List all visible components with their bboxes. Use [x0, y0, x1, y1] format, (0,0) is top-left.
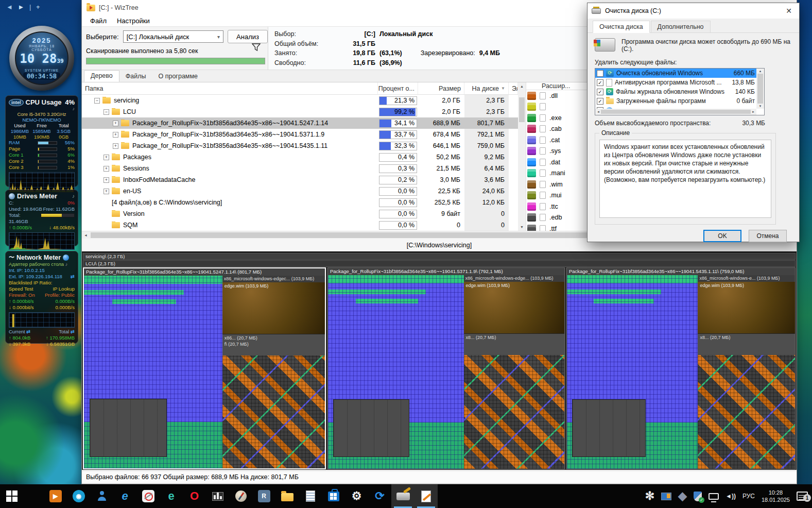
scroll-up-icon[interactable]: ▲: [518, 82, 526, 90]
file-explorer[interactable]: [275, 484, 299, 508]
music-note-icon[interactable]: ♪: [72, 193, 75, 199]
nav-add-icon[interactable]: +: [36, 3, 42, 11]
notification-icon[interactable]: 1: [797, 492, 808, 501]
treemap-mosaic-region[interactable]: [698, 355, 795, 469]
microsoft-store[interactable]: [322, 484, 345, 508]
cancel-button[interactable]: Отмена: [749, 230, 787, 242]
cube-tray-icon[interactable]: ◆: [678, 489, 687, 503]
tab-files[interactable]: Файлы: [119, 71, 152, 82]
lamp-app[interactable]: ◉: [67, 484, 90, 508]
ok-button[interactable]: OK: [703, 230, 741, 242]
treemap-block-2[interactable]: Package_for_RollupFix~31bf3856ad364e35~x…: [327, 267, 565, 469]
table-row[interactable]: SQM0,0 %00: [82, 219, 518, 231]
tree-expander-icon[interactable]: +: [103, 166, 109, 172]
registry-tool[interactable]: R: [252, 484, 275, 508]
gadget-nav[interactable]: ◄ ► | +: [6, 3, 42, 11]
tab-more-options[interactable]: Дополнительно: [651, 21, 711, 33]
treemap-strip-lcu[interactable]: LCU\ (2,3 ГБ): [83, 260, 796, 267]
list-horizontal-scrollbar[interactable]: ◄►: [595, 109, 756, 115]
tab-disk-cleanup[interactable]: Очистка диска: [593, 21, 650, 33]
tree-expander-icon[interactable]: +: [103, 155, 109, 160]
language-indicator[interactable]: РУС: [742, 493, 755, 500]
network-gadget[interactable]: 〜 Network Meter Адаптер рабочего стола ♪…: [5, 251, 78, 344]
table-row[interactable]: +InboxFodMetadataCache0,2 %3,0 МБ3,6 МБ: [82, 174, 518, 185]
scroll-down-icon[interactable]: ▼: [518, 223, 526, 231]
scroll-left-icon[interactable]: ◄: [597, 110, 600, 113]
scroll-left-icon[interactable]: ◄: [82, 233, 90, 237]
start-button[interactable]: [0, 484, 23, 508]
treemap-edgewim-region[interactable]: edge.wim (103,9 МБ): [698, 282, 795, 333]
table-row[interactable]: −servicing21,3 %2,0 ГБ2,3 ГБ: [82, 95, 518, 106]
cleanup-file-list[interactable]: ⟳Очистка обновлений Windows660 МБ✓Антиви…: [595, 68, 765, 115]
system-monitor[interactable]: [206, 484, 229, 508]
scroll-down-icon[interactable]: ▼: [759, 105, 762, 108]
list-vertical-scrollbar[interactable]: ▲▼: [756, 69, 764, 109]
treemap-strip-servicing[interactable]: servicing\ (2,3 ГБ): [83, 253, 796, 260]
scroll-up-icon[interactable]: ▲: [759, 70, 762, 73]
treemap-files-region[interactable]: [567, 275, 698, 469]
tree-expander-icon[interactable]: +: [113, 143, 118, 149]
wiztree-app[interactable]: [414, 484, 438, 508]
opera-browser[interactable]: O: [183, 484, 206, 508]
compass-app[interactable]: [229, 484, 252, 508]
settings-app[interactable]: ⚙: [345, 484, 368, 508]
col-items[interactable]: Элем: [509, 82, 518, 94]
clock-gadget[interactable]: 2025 ЯНВАРЬ, 18 СУББОТА 10 2839 SYSTEM U…: [9, 26, 74, 91]
network-tray-icon[interactable]: [709, 493, 719, 500]
defender-tray-icon[interactable]: [694, 492, 702, 501]
cpu-gadget[interactable]: intel CPU Usage 4% ♪ Core i5-3470 3.20GH…: [5, 95, 78, 187]
speed-test-link[interactable]: Speed Test: [9, 286, 33, 292]
nav-back-icon[interactable]: ◄: [6, 3, 14, 11]
treemap-block-3[interactable]: Package_for_RollupFix~31bf3856ad364e35~x…: [566, 267, 796, 469]
treemap-files-region[interactable]: [84, 276, 222, 468]
tree-expander-icon[interactable]: +: [113, 121, 118, 126]
drive-select[interactable]: [C:] Локальный диск▾: [123, 30, 223, 43]
treemap-block-1[interactable]: Package_for_RollupFix~31bf3856ad364e35~x…: [83, 267, 326, 469]
refresh-icon[interactable]: ⇄: [71, 274, 75, 280]
music-note-icon[interactable]: ♪: [9, 106, 75, 111]
tree-expander-icon[interactable]: −: [103, 109, 109, 115]
col-percent[interactable]: Процент о...: [378, 82, 418, 94]
table-row[interactable]: +Packages0,4 %50,2 МБ9,2 МБ: [82, 151, 518, 163]
tree-expander-icon[interactable]: +: [103, 177, 109, 183]
disk-cleanup[interactable]: [391, 484, 414, 508]
contacts-app[interactable]: [90, 484, 113, 508]
table-row[interactable]: +Sessions0,3 %21,5 МБ6,4 МБ: [82, 163, 518, 174]
filter-icon[interactable]: [252, 43, 261, 54]
tree-expander-icon[interactable]: +: [113, 132, 118, 138]
checkbox[interactable]: ✓: [597, 89, 603, 95]
checkbox[interactable]: ✓: [597, 79, 603, 86]
tree-expander-icon[interactable]: −: [94, 98, 100, 104]
tree-expander-icon[interactable]: +: [103, 189, 109, 194]
checkbox[interactable]: ✓: [597, 98, 603, 105]
edge-browser[interactable]: e: [160, 484, 183, 508]
sync-app[interactable]: ⟳: [368, 484, 391, 508]
table-row[interactable]: +Package_for_RollupFix~31bf3856ad364e35~…: [82, 117, 518, 129]
internet-explorer[interactable]: e: [113, 484, 136, 508]
cleanup-list-item[interactable]: ✓⟳Файлы журнала обновления Windows140 КБ: [595, 87, 756, 96]
checkbox[interactable]: [597, 70, 603, 77]
scroll-thumb[interactable]: [519, 97, 525, 122]
table-row[interactable]: [4 файл(а,ов) в C:\Windows\servicing]0,0…: [82, 197, 518, 208]
media-player[interactable]: ▶: [44, 484, 67, 508]
table-row[interactable]: +Package_for_RollupFix~31bf3856ad364e35~…: [82, 140, 518, 151]
treemap[interactable]: servicing\ (2,3 ГБ) LCU\ (2,3 ГБ) Packag…: [82, 251, 797, 470]
cleanup-list-item[interactable]: ✓Загруженные файлы программ0 байт: [595, 96, 756, 106]
capture-tool[interactable]: [136, 484, 160, 508]
tab-about[interactable]: О программе: [152, 71, 204, 82]
cleanup-list-item[interactable]: ✓Антивирусная программа Microsoft ...13,…: [595, 78, 756, 87]
treemap-edgewim-region[interactable]: edge.wim (103,9 МБ): [464, 282, 564, 333]
drives-gadget[interactable]: Drives Meter ♪ C:0% Used: 19.84GBFree: 1…: [5, 190, 78, 246]
treemap-files-region[interactable]: [328, 275, 464, 469]
volume-tray-icon[interactable]: ◄)): [725, 493, 736, 500]
notes-app[interactable]: [299, 484, 322, 508]
tree-header[interactable]: Папка Процент о... Размер На диске▼ Элем: [82, 82, 518, 95]
table-row[interactable]: +Package_for_RollupFix~31bf3856ad364e35~…: [82, 129, 518, 140]
table-row[interactable]: +en-US0,0 %22,5 КБ24,0 КБ: [82, 185, 518, 197]
scroll-right-icon[interactable]: ►: [752, 110, 755, 113]
nav-forward-icon[interactable]: ►: [18, 3, 26, 11]
col-size[interactable]: Размер: [418, 82, 464, 94]
table-row[interactable]: Version0,0 %9 байт0: [82, 208, 518, 219]
menu-settings[interactable]: Настройки: [113, 16, 154, 25]
menu-file[interactable]: Файл: [86, 16, 111, 25]
